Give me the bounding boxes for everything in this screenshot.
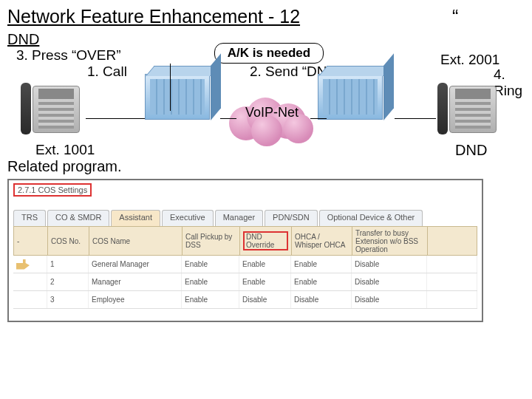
col-selector[interactable]: - (14, 227, 48, 255)
phone-right-icon (436, 80, 502, 139)
table-row[interactable]: 3 Employee Enable Disable Disable Disabl… (13, 291, 477, 309)
ext-1001-label: Ext. 1001 (35, 142, 95, 158)
page-title: Network Feature Enhancement - 12 (7, 6, 300, 27)
voip-cloud-label: VoIP-Net (245, 105, 299, 120)
stray-quote: “ (452, 6, 458, 27)
tab-assistant[interactable]: Assistant (111, 210, 160, 226)
col-cos-name[interactable]: COS Name (89, 227, 183, 255)
tab-trs[interactable]: TRS (13, 210, 46, 226)
phone-left-icon (19, 80, 86, 139)
pbx-right-icon (318, 74, 383, 120)
dnd-right-label: DND (455, 142, 487, 159)
tab-pdn-sdn[interactable]: PDN/SDN (265, 210, 318, 226)
cos-table-rows: 1 General Manager Enable Enable Enable D… (13, 256, 477, 309)
col-cos-no[interactable]: COS No. (48, 227, 89, 255)
table-row[interactable]: 1 General Manager Enable Enable Enable D… (13, 256, 477, 273)
col-ohca[interactable]: OHCA / Whisper OHCA (292, 227, 352, 255)
cos-settings-panel: 2.7.1 COS Settings TRS CO & SMDR Assista… (7, 179, 483, 322)
ak-needed-box: A/K is needed (214, 43, 324, 64)
cos-table-header: - COS No. COS Name Call Pickup by DSS DN… (13, 226, 477, 256)
table-row[interactable]: 2 Manager Enable Enable Enable Disable (13, 273, 477, 291)
pbx-left-icon (145, 74, 210, 120)
col-call-pickup[interactable]: Call Pickup by DSS (183, 227, 240, 255)
tab-executive[interactable]: Executive (162, 210, 214, 226)
link-line (86, 118, 145, 119)
col-transfer[interactable]: Transfer to busy Extension w/o BSS Opera… (352, 227, 428, 255)
tab-manager[interactable]: Manager (215, 210, 263, 226)
step-3-label: 3. Press “OVER” (16, 47, 120, 64)
hand-icon (16, 259, 30, 270)
ext-2001-label: Ext. 2001 (440, 52, 499, 68)
dnd-heading: DND (7, 31, 39, 48)
related-program-heading: Related program. (7, 158, 122, 175)
cos-tabs: TRS CO & SMDR Assistant Executive Manage… (13, 210, 477, 226)
col-dnd-override[interactable]: DND Override (240, 227, 292, 255)
link-line (220, 118, 236, 119)
callout-line (170, 64, 171, 111)
col-spacer (428, 227, 477, 255)
tab-co-smdr[interactable]: CO & SMDR (47, 210, 109, 226)
link-line (310, 118, 327, 119)
cos-settings-title: 2.7.1 COS Settings (13, 183, 92, 197)
link-line (395, 118, 436, 119)
step-1-label: 1. Call (87, 64, 127, 80)
tab-optional[interactable]: Optional Device & Other (319, 210, 423, 226)
